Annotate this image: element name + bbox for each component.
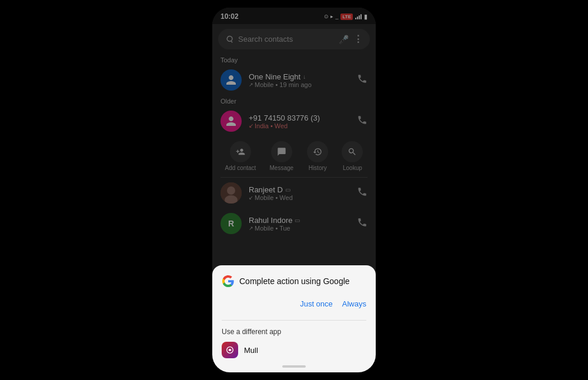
bottom-sheet-title-row: Complete action using Google — [222, 275, 366, 288]
contact-item-one-nine-eight[interactable]: One Nine Eight ↓ ↗ Mobile • 19 min ago — [212, 65, 376, 95]
contact-item-ranjeet[interactable]: Ranjeet D ▭ ↙ Mobile • Wed — [212, 178, 376, 208]
contact-name-one-nine-eight: One Nine Eight ↓ — [249, 72, 350, 81]
action-lookup[interactable]: Lookup — [342, 141, 363, 171]
search-bar[interactable]: Search contacts 🎤 ⋮ — [218, 29, 370, 49]
section-header-today: Today — [212, 54, 376, 65]
contact-name-rahul: Rahul Indore ▭ — [249, 216, 350, 225]
device-icon: ▭ — [285, 186, 290, 193]
call-button-rahul[interactable] — [357, 217, 368, 230]
bottom-sheet-title: Complete action using Google — [239, 276, 350, 286]
action-history-label: History — [309, 165, 327, 171]
action-message-label: Message — [270, 165, 294, 171]
call-button-india[interactable] — [357, 115, 368, 128]
section-header-older: Older — [212, 95, 376, 106]
action-row: Add contact Message History — [212, 136, 376, 177]
call-button-one-nine-eight[interactable] — [357, 74, 368, 86]
action-history-icon — [307, 141, 328, 162]
contact-item-india-number[interactable]: +91 74150 83776 (3) ↙ India • Wed — [212, 106, 376, 136]
search-right-icons: 🎤 ⋮ — [339, 34, 363, 45]
action-history[interactable]: History — [307, 141, 328, 171]
contact-sub-ranjeet: ↙ Mobile • Wed — [249, 194, 350, 201]
screenrecord-icon: ⊙ — [324, 14, 329, 19]
google-logo-icon — [222, 275, 235, 288]
underscore-icon: _ — [335, 14, 338, 19]
bottom-handle — [282, 365, 306, 368]
action-message-icon — [271, 141, 292, 162]
search-icon — [225, 35, 233, 44]
device-icon-2: ▭ — [295, 217, 300, 224]
action-lookup-icon — [342, 141, 363, 162]
contact-item-rahul[interactable]: R Rahul Indore ▭ ↗ Mobile • Tue — [212, 208, 376, 239]
status-bar: 10:02 ⊙ ▸ _ LTE ▮ — [212, 8, 376, 24]
contact-info-ranjeet: Ranjeet D ▭ ↙ Mobile • Wed — [249, 185, 350, 201]
status-time: 10:02 — [220, 12, 239, 21]
mic-icon[interactable]: 🎤 — [339, 35, 349, 44]
action-lookup-label: Lookup — [343, 165, 362, 171]
status-icons-left: ⊙ ▸ _ — [324, 14, 338, 19]
avatar-india — [220, 111, 242, 132]
status-right: ⊙ ▸ _ LTE ▮ — [324, 13, 368, 21]
missed-call-icon: ↙ — [249, 122, 253, 129]
more-icon[interactable]: ⋮ — [353, 34, 363, 45]
incoming-icon: ↙ — [249, 195, 253, 201]
svg-point-1 — [227, 186, 235, 195]
lte-badge: LTE — [340, 14, 353, 20]
bottom-sheet-actions: Just once Always — [222, 297, 366, 311]
arrow-icon: ▸ — [330, 14, 333, 19]
contact-name-india: +91 74150 83776 (3) — [249, 114, 350, 122]
contact-sub-rahul: ↗ Mobile • Tue — [249, 225, 350, 232]
contact-info-india: +91 74150 83776 (3) ↙ India • Wed — [249, 114, 350, 129]
contact-sub-india: ↙ India • Wed — [249, 122, 350, 129]
mull-app-icon — [222, 342, 238, 358]
mull-app-item[interactable]: Mull — [222, 342, 366, 358]
always-button[interactable]: Always — [342, 297, 366, 311]
battery-icon: ▮ — [364, 13, 368, 21]
action-message[interactable]: Message — [270, 141, 294, 171]
just-once-button[interactable]: Just once — [300, 297, 333, 311]
avatar-one-nine-eight — [220, 69, 242, 91]
bottom-sheet: Complete action using Google Just once A… — [212, 265, 376, 372]
contact-info-rahul: Rahul Indore ▭ ↗ Mobile • Tue — [249, 216, 350, 232]
outgoing-icon: ↗ — [249, 225, 253, 231]
sheet-divider — [222, 320, 366, 321]
contact-info-one-nine-eight: One Nine Eight ↓ ↗ Mobile • 19 min ago — [249, 72, 350, 88]
avatar-ranjeet — [220, 182, 242, 204]
signal-bars — [355, 14, 362, 19]
action-add-contact-label: Add contact — [225, 165, 256, 171]
avatar-rahul: R — [220, 213, 242, 234]
phone-frame: 10:02 ⊙ ▸ _ LTE ▮ Search contact — [212, 8, 376, 372]
contact-sub-one-nine-eight: ↗ Mobile • 19 min ago — [249, 81, 350, 88]
wifi-call-icon: ↓ — [303, 74, 306, 80]
contact-name-ranjeet: Ranjeet D ▭ — [249, 185, 350, 194]
call-dir-arrow: ↗ — [249, 82, 253, 88]
use-different-app-label: Use a different app — [222, 328, 366, 336]
call-button-ranjeet[interactable] — [357, 186, 368, 199]
action-add-contact[interactable]: Add contact — [225, 141, 256, 171]
search-placeholder: Search contacts — [238, 35, 334, 44]
mull-app-name: Mull — [244, 346, 258, 355]
action-add-contact-icon — [230, 141, 251, 162]
